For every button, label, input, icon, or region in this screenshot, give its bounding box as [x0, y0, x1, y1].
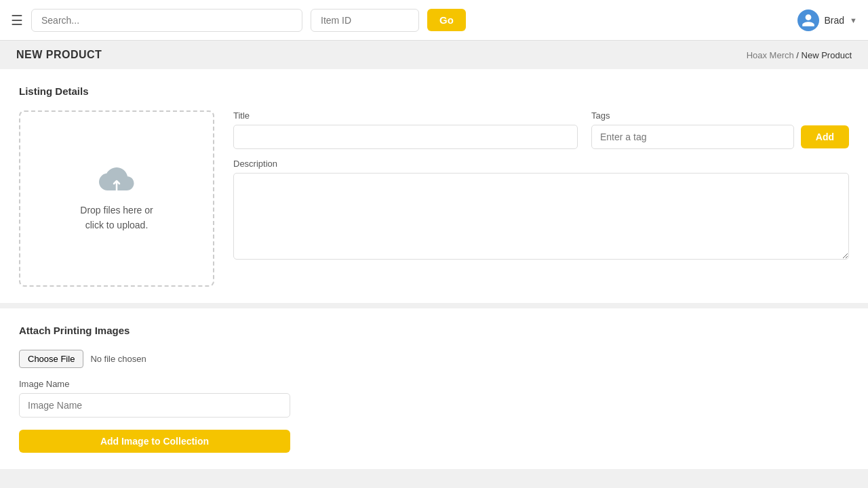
- choose-file-button[interactable]: Choose File: [19, 350, 83, 368]
- title-label: Title: [233, 110, 578, 121]
- listing-grid: Drop files here orclick to upload. Title…: [19, 110, 849, 287]
- title-input[interactable]: [233, 125, 578, 149]
- user-avatar: [797, 9, 819, 31]
- image-name-group: Image Name Add Image to Collection: [19, 379, 290, 453]
- tag-input[interactable]: [591, 125, 794, 149]
- breadcrumb-current: New Product: [802, 50, 852, 60]
- item-id-input[interactable]: [311, 9, 419, 32]
- description-label: Description: [233, 159, 849, 169]
- no-file-text: No file chosen: [90, 354, 146, 364]
- title-desc-col: Title Tags Add Description: [233, 110, 849, 260]
- breadcrumb-separator: /: [796, 50, 801, 60]
- title-field-group: Title: [233, 110, 578, 149]
- image-name-label: Image Name: [19, 379, 290, 389]
- page-header: NEW PRODUCT Hoax Merch / New Product: [0, 41, 868, 69]
- breadcrumb-parent[interactable]: Hoax Merch: [747, 50, 794, 60]
- menu-icon[interactable]: ☰: [11, 12, 23, 28]
- user-area[interactable]: Brad ▼: [797, 9, 857, 31]
- image-name-input[interactable]: [19, 393, 290, 418]
- add-to-collection-button[interactable]: Add Image to Collection: [19, 430, 290, 453]
- tags-label: Tags: [591, 110, 849, 121]
- user-name-label: Brad: [825, 15, 845, 26]
- listing-details-section: Listing Details Drop files here orclick …: [0, 69, 868, 303]
- attach-printing-title: Attach Printing Images: [19, 325, 849, 336]
- tag-row: Add: [591, 125, 849, 149]
- add-tag-button[interactable]: Add: [801, 125, 849, 148]
- upload-icon: [99, 165, 134, 195]
- chevron-down-icon: ▼: [850, 16, 857, 24]
- upload-text: Drop files here orclick to upload.: [80, 203, 153, 233]
- go-button[interactable]: Go: [427, 9, 466, 31]
- description-textarea[interactable]: [233, 173, 849, 260]
- attach-printing-section: Attach Printing Images Choose File No fi…: [0, 308, 868, 469]
- listing-details-title: Listing Details: [19, 85, 849, 97]
- tags-field-group: Tags Add: [591, 110, 849, 149]
- search-input[interactable]: [31, 9, 302, 32]
- file-row: Choose File No file chosen: [19, 350, 849, 368]
- description-field-group: Description: [233, 159, 849, 260]
- page-title: NEW PRODUCT: [16, 49, 102, 61]
- breadcrumb: Hoax Merch / New Product: [747, 50, 852, 60]
- listing-image-upload[interactable]: Drop files here orclick to upload.: [19, 110, 214, 287]
- top-fields-row: Title Tags Add: [233, 110, 849, 149]
- header: ☰ Go Brad ▼: [0, 0, 868, 41]
